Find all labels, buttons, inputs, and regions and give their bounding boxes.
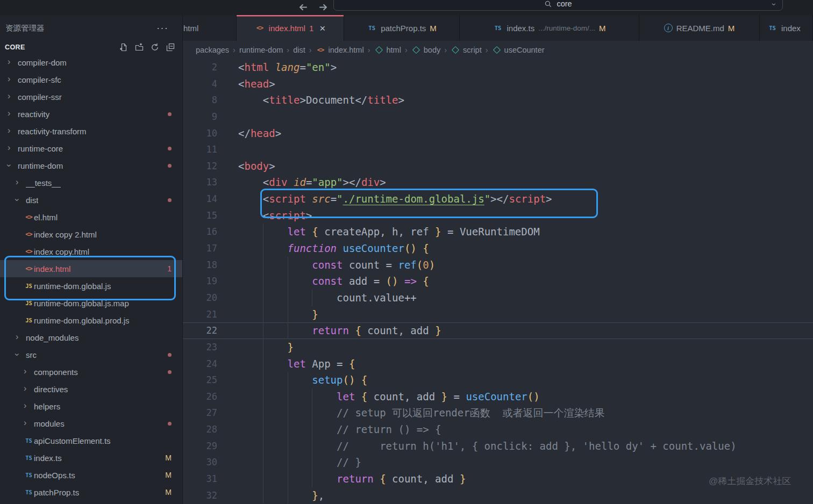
tree-item-label: node_modules <box>26 333 79 342</box>
folder-__tests__[interactable]: __tests__ <box>0 174 182 191</box>
chevron-icon[interactable] <box>8 144 18 153</box>
chevron-icon[interactable] <box>8 58 18 67</box>
chevron-icon[interactable] <box>8 127 18 135</box>
chevron-icon[interactable] <box>24 419 34 428</box>
folder-components[interactable]: components <box>0 363 182 380</box>
code-line-2[interactable]: 2<html lang="en"> <box>183 59 813 76</box>
code-line-20[interactable]: 20 count.value++ <box>183 290 813 306</box>
folder-directives[interactable]: directives <box>0 380 182 398</box>
ts-file-icon: TS <box>24 470 34 480</box>
code-line-22[interactable]: 22 return { count, add } <box>183 322 813 339</box>
explorer-section-header[interactable]: CORE <box>0 41 182 54</box>
breadcrumb-item-packages[interactable]: packages <box>196 46 229 54</box>
breadcrumb-item-script[interactable]: script <box>451 46 482 54</box>
code-line-15[interactable]: 15 <script> <box>183 207 813 224</box>
file-runtime-dom.global.js.map[interactable]: JSruntime-dom.global.js.map <box>0 294 182 312</box>
folder-row[interactable] <box>0 501 182 504</box>
code-line-18[interactable]: 18 const count = ref(0) <box>183 257 813 273</box>
folder-reactivity-transform[interactable]: reactivity-transform <box>0 123 182 140</box>
breadcrumb-item-dist[interactable]: dist <box>293 46 305 54</box>
back-arrow-icon[interactable] <box>296 1 309 13</box>
refresh-icon[interactable] <box>151 43 159 52</box>
chevron-icon[interactable] <box>24 385 34 393</box>
file-patchProp.ts[interactable]: TSpatchProp.tsM <box>0 484 182 501</box>
code-line-9[interactable]: 9 <box>183 109 813 125</box>
folder-runtime-core[interactable]: runtime-core <box>0 140 182 157</box>
chevron-down-icon[interactable]: › <box>773 0 776 9</box>
code-line-23[interactable]: 23 } <box>183 339 813 356</box>
code-text: <script> <box>224 207 312 224</box>
new-file-icon[interactable] <box>119 43 128 52</box>
code-line-12[interactable]: 12<body> <box>183 158 813 175</box>
folder-reactivity[interactable]: reactivity <box>0 105 182 123</box>
code-editor[interactable]: 2<html lang="en">4<head>8 <title>Documen… <box>183 59 813 504</box>
chevron-icon[interactable] <box>8 110 18 118</box>
chevron-icon[interactable] <box>16 178 26 187</box>
js-file-icon: JS <box>24 315 34 325</box>
folder-compiler-dom[interactable]: compiler-dom <box>0 54 182 71</box>
code-line-28[interactable]: 28 // return () => { <box>183 421 813 438</box>
more-actions-icon[interactable]: ··· <box>156 25 168 31</box>
folder-compiler-sfc[interactable]: compiler-sfc <box>0 71 182 88</box>
code-line-11[interactable]: 11 <box>183 141 813 158</box>
code-line-25[interactable]: 25 setup() { <box>183 372 813 388</box>
chevron-icon[interactable] <box>8 75 18 84</box>
symbol-icon <box>493 46 500 54</box>
tab-html[interactable]: html <box>183 15 237 41</box>
code-line-26[interactable]: 26 let { count, add } = useCounter() <box>183 388 813 405</box>
folder-runtime-dom[interactable]: runtime-dom <box>0 157 182 174</box>
folder-node_modules[interactable]: node_modules <box>0 329 182 346</box>
code-line-29[interactable]: 29 // return h('h1', { onclick: add }, '… <box>183 438 813 455</box>
folder-dist[interactable]: dist <box>0 191 182 208</box>
code-line-4[interactable]: 4<head> <box>183 76 813 92</box>
chevron-icon[interactable] <box>16 333 26 342</box>
file-index.html[interactable]: <>index.html1 <box>0 260 182 277</box>
command-center-search[interactable]: core › <box>333 0 783 11</box>
file-nodeOps.ts[interactable]: TSnodeOps.tsM <box>0 466 182 484</box>
file-apiCustomElement.ts[interactable]: TSapiCustomElement.ts <box>0 432 182 449</box>
file-index copy 2.html[interactable]: <>index copy 2.html <box>0 226 182 243</box>
code-line-30[interactable]: 30 // } <box>183 454 813 471</box>
collapse-all-icon[interactable] <box>166 43 175 52</box>
folder-modules[interactable]: modules <box>0 415 182 432</box>
tab-bar: html<>index.html1×TSpatchProp.tsMTSindex… <box>183 15 813 41</box>
breadcrumb-item-runtime-dom[interactable]: runtime-dom <box>239 46 283 54</box>
file-index.ts[interactable]: TSindex.tsM <box>0 449 182 466</box>
tab-patchProp.ts[interactable]: TSpatchProp.tsM <box>344 15 460 41</box>
file-index copy.html[interactable]: <>index copy.html <box>0 243 182 260</box>
code-line-16[interactable]: 16 let { createApp, h, ref } = VueRuntim… <box>183 224 813 240</box>
tab-README.md[interactable]: iREADME.mdM <box>639 15 760 41</box>
chevron-icon[interactable] <box>24 402 34 411</box>
code-line-17[interactable]: 17 function useCounter() { <box>183 240 813 257</box>
tab-index[interactable]: TSindex <box>760 15 813 41</box>
chevron-icon[interactable] <box>16 350 26 359</box>
folder-compiler-ssr[interactable]: compiler-ssr <box>0 88 182 105</box>
file-runtime-dom.global.js[interactable]: JSruntime-dom.global.js <box>0 277 182 294</box>
code-line-27[interactable]: 27 // setup 可以返回render函数 或者返回一个渲染结果 <box>183 405 813 421</box>
forward-arrow-icon[interactable] <box>317 1 330 13</box>
code-line-21[interactable]: 21 } <box>183 306 813 323</box>
code-line-10[interactable]: 10</head> <box>183 125 813 142</box>
file-el.html[interactable]: <>el.html <box>0 208 182 226</box>
code-line-24[interactable]: 24 let App = { <box>183 356 813 372</box>
new-folder-icon[interactable] <box>135 43 144 52</box>
tab-index.ts[interactable]: TSindex.ts.../runtime-dom/...M <box>460 15 639 41</box>
chevron-icon[interactable] <box>16 196 26 204</box>
chevron-icon[interactable] <box>8 92 18 101</box>
code-line-8[interactable]: 8 <title>Document</title> <box>183 92 813 109</box>
chevron-icon[interactable] <box>8 161 18 170</box>
code-line-32[interactable]: 32 }, <box>183 487 813 504</box>
folder-src[interactable]: src <box>0 346 182 363</box>
close-icon[interactable]: × <box>319 23 325 33</box>
file-runtime-dom.global.prod.js[interactable]: JSruntime-dom.global.prod.js <box>0 312 182 329</box>
breadcrumb-item-body[interactable]: body <box>411 46 440 54</box>
code-line-14[interactable]: 14 <script src="./runtime-dom.global.js"… <box>183 191 813 207</box>
chevron-icon[interactable] <box>24 368 34 376</box>
code-line-13[interactable]: 13 <div id="app"></div> <box>183 174 813 191</box>
breadcrumb-item-html[interactable]: html <box>374 46 401 54</box>
breadcrumb-item-index.html[interactable]: <>index.html <box>316 45 364 55</box>
folder-helpers[interactable]: helpers <box>0 398 182 415</box>
tab-index.html[interactable]: <>index.html1× <box>237 15 344 41</box>
breadcrumb-item-useCounter[interactable]: useCounter <box>492 46 545 54</box>
code-line-19[interactable]: 19 const add = () => { <box>183 273 813 290</box>
